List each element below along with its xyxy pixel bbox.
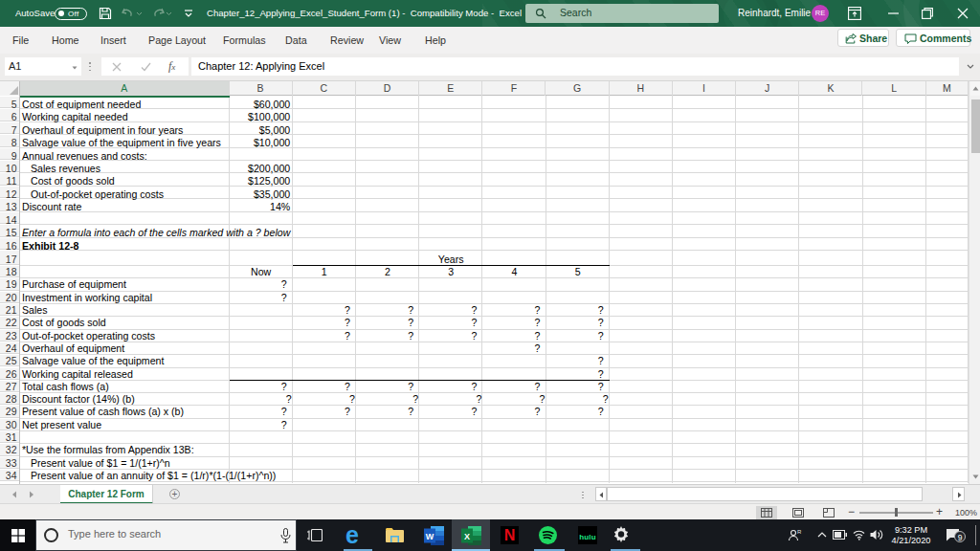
svg-text:R: R [797, 529, 802, 535]
svg-text:W: W [426, 532, 434, 541]
svg-text:X: X [464, 532, 470, 541]
